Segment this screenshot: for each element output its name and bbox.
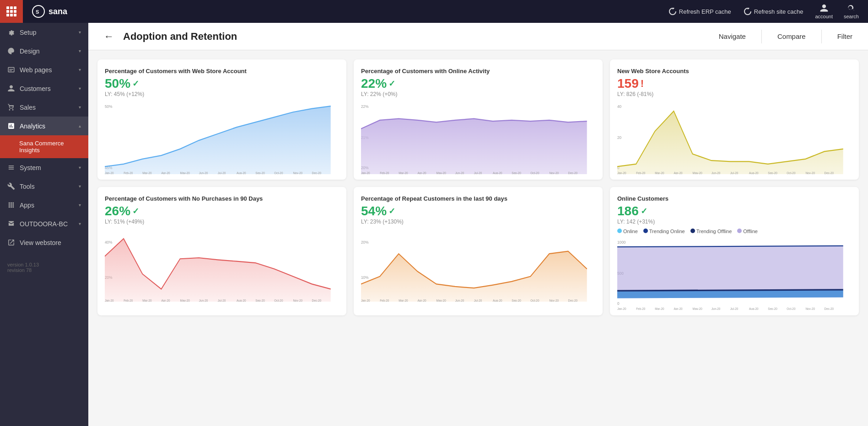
svg-text:Jan-20: Jan-20: [105, 171, 114, 174]
sidebar-sales-label: Sales: [20, 104, 36, 111]
webpages-icon: [7, 66, 15, 74]
design-icon: [7, 47, 15, 55]
svg-text:Apr-20: Apr-20: [161, 298, 170, 302]
svg-text:May-20: May-20: [180, 171, 190, 174]
sidebar-tools-label: Tools: [20, 183, 35, 190]
account-button[interactable]: account: [810, 2, 837, 21]
search-button[interactable]: search: [839, 2, 863, 21]
chart-title-5: Online Customers: [617, 195, 852, 202]
compare-action[interactable]: Compare: [776, 31, 808, 42]
sidebar-setup-label: Setup: [20, 29, 37, 36]
svg-text:20: 20: [617, 135, 621, 140]
svg-text:Apr-20: Apr-20: [417, 298, 426, 302]
svg-marker-51: [105, 239, 331, 302]
svg-text:Mar-20: Mar-20: [655, 171, 664, 174]
svg-text:Jul-20: Jul-20: [218, 298, 226, 302]
tools-icon: [7, 182, 15, 190]
svg-text:Jun-20: Jun-20: [455, 298, 464, 302]
svg-text:Oct-20: Oct-20: [530, 298, 539, 302]
header-divider-2: [821, 30, 822, 43]
legend-trending-offline: Trending Offline: [690, 229, 732, 234]
sana-logo-icon: S: [32, 5, 45, 18]
sidebar-item-analytics[interactable]: Analytics ▴: [0, 117, 88, 135]
svg-text:Sep-20: Sep-20: [255, 298, 265, 302]
sidebar-version: version 1.0.13: [7, 262, 81, 267]
chart-check-0: ✓: [132, 79, 139, 89]
chart-value-4: 54% ✓: [361, 204, 595, 218]
svg-marker-36: [617, 111, 843, 174]
chart-value-3: 26% ✓: [105, 204, 339, 218]
svg-marker-4: [105, 106, 331, 174]
apps-grid-button[interactable]: [0, 0, 23, 23]
chart-online-customers: Online Customers 186 ✓ LY: 142 (+31%) On…: [610, 187, 859, 315]
svg-text:Dec-20: Dec-20: [825, 307, 834, 310]
refresh-erp-label: Refresh ERP cache: [679, 8, 731, 15]
svg-text:Mar-20: Mar-20: [399, 171, 408, 174]
svg-text:Sep-20: Sep-20: [255, 171, 265, 174]
navigate-action[interactable]: Navigate: [717, 31, 748, 42]
svg-text:S: S: [36, 9, 39, 15]
refresh-erp-icon: [669, 8, 676, 15]
sidebar-item-webpages[interactable]: Web pages ▾: [0, 60, 88, 79]
chart-number-2: 159: [617, 76, 639, 91]
sidebar-item-view-webstore[interactable]: View webstore: [0, 233, 88, 252]
svg-text:10%: 10%: [361, 275, 368, 280]
sidebar-item-outdoora[interactable]: OUTDOORA-BC ▾: [0, 214, 88, 233]
svg-text:Jul-20: Jul-20: [730, 307, 738, 310]
chart-title-4: Percentage of Repeat Customers in the la…: [361, 195, 595, 202]
svg-text:Mar-20: Mar-20: [399, 298, 408, 302]
svg-text:Jun-20: Jun-20: [199, 171, 208, 174]
chart-area-0: 50% 45% Jan-20 Feb-20 Mar-20 Apr-20 May-…: [105, 101, 339, 174]
svg-text:Feb-20: Feb-20: [124, 298, 133, 302]
svg-text:Dec-20: Dec-20: [568, 298, 578, 302]
svg-text:Dec-20: Dec-20: [568, 171, 578, 174]
chart-web-store-account: Percentage of Customers with Web Store A…: [97, 59, 346, 180]
chart-legend-5: Online Trending Online Trending Offline …: [617, 229, 852, 234]
svg-text:Sep-20: Sep-20: [768, 307, 777, 310]
svg-text:Jun-20: Jun-20: [712, 171, 721, 174]
svg-text:Dec-20: Dec-20: [825, 171, 834, 174]
svg-text:Sep-20: Sep-20: [512, 171, 521, 174]
sidebar-revision: revision 78: [7, 267, 81, 273]
refresh-site-button[interactable]: Refresh site cache: [739, 5, 809, 18]
sidebar-item-sana-commerce-insights[interactable]: Sana Commerce Insights: [0, 135, 88, 158]
chart-number-5: 186: [617, 204, 639, 218]
chart-no-purchases: Percentage of Customers with No Purchase…: [97, 187, 346, 315]
sidebar-item-design[interactable]: Design ▾: [0, 42, 88, 60]
chart-repeat-customers: Percentage of Repeat Customers in the la…: [354, 187, 603, 315]
topnav: S sana Refresh ERP cache Refresh site ca…: [0, 0, 868, 23]
refresh-erp-button[interactable]: Refresh ERP cache: [663, 5, 737, 18]
chart-check-2: !: [641, 78, 644, 90]
sidebar-item-sales[interactable]: Sales ▾: [0, 98, 88, 117]
main-content: ← Adoption and Retention Navigate Compar…: [88, 23, 868, 426]
svg-text:50%: 50%: [105, 104, 112, 109]
filter-action[interactable]: Filter: [836, 31, 854, 42]
back-button[interactable]: ←: [102, 29, 116, 44]
grid-icon: [6, 6, 16, 16]
search-label: search: [844, 14, 859, 19]
chart-value-2: 159 !: [617, 76, 852, 91]
svg-text:Jun-20: Jun-20: [712, 307, 721, 310]
chart-value-1: 22% ✓: [361, 76, 595, 91]
chart-value-5: 186 ✓: [617, 204, 852, 218]
svg-text:Aug-20: Aug-20: [749, 171, 759, 174]
page-header-actions: Navigate Compare Filter: [717, 30, 854, 43]
sidebar-item-customers[interactable]: Customers ▾: [0, 79, 88, 98]
sidebar-item-apps[interactable]: Apps ▾: [0, 196, 88, 214]
logo: S sana: [23, 5, 76, 18]
analytics-icon: [7, 122, 15, 130]
svg-text:Nov-20: Nov-20: [805, 171, 815, 174]
chart-ly-3: LY: 51% (+49%): [105, 218, 339, 225]
sidebar-item-setup[interactable]: Setup ▾: [0, 23, 88, 42]
sidebar-item-tools[interactable]: Tools ▾: [0, 177, 88, 196]
chart-new-web-store: New Web Store Accounts 159 ! LY: 826 (-8…: [610, 59, 859, 180]
account-label: account: [815, 14, 833, 19]
sidebar-item-system[interactable]: System ▾: [0, 158, 88, 177]
svg-text:Jan-20: Jan-20: [617, 307, 626, 310]
legend-offline: Offline: [737, 229, 758, 234]
svg-line-84: [617, 290, 843, 291]
chart-check-1: ✓: [388, 79, 395, 89]
svg-text:Dec-20: Dec-20: [312, 171, 322, 174]
svg-marker-83: [617, 290, 843, 298]
svg-text:Nov-20: Nov-20: [549, 171, 559, 174]
